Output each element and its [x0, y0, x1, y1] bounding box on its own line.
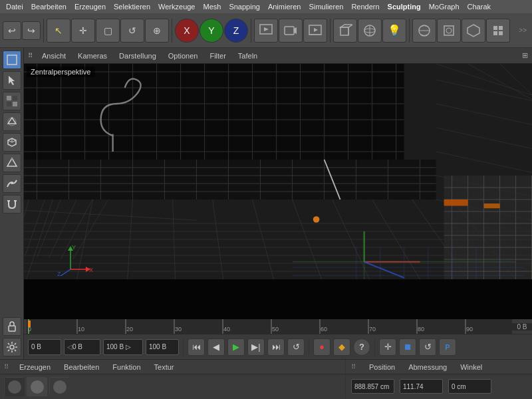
- sidebar-tri-btn[interactable]: [3, 154, 21, 172]
- coord-x-field[interactable]: 888.857 cm: [351, 379, 394, 394]
- transport-sep1: [183, 338, 184, 356]
- rotate-tool-button[interactable]: ↺: [120, 19, 144, 43]
- transport-move2-btn[interactable]: ✛: [379, 338, 396, 356]
- svg-rect-74: [24, 160, 436, 200]
- menu-animieren[interactable]: Animieren: [265, 2, 305, 11]
- transport-skip-end-btn[interactable]: ⏭: [267, 338, 285, 356]
- sidebar-checker-btn[interactable]: [3, 92, 21, 110]
- svg-marker-5: [314, 28, 318, 32]
- bottom-left-content: [0, 374, 345, 398]
- menu-werkzeuge[interactable]: Werkzeuge: [155, 2, 198, 11]
- playback-button[interactable]: [303, 19, 327, 43]
- sidebar-magnet-btn[interactable]: [3, 195, 21, 213]
- menu-sculpting[interactable]: Sculpting: [384, 2, 424, 11]
- sidebar-lock-btn[interactable]: [3, 317, 21, 336]
- menu-erzeugen[interactable]: Erzeugen: [71, 2, 109, 11]
- camera-button[interactable]: [279, 19, 303, 43]
- move-tool-button[interactable]: ✛: [71, 19, 95, 43]
- timeline-ruler[interactable]: 0 10 20 30 40 50 60 70 80 90 1: [27, 319, 512, 334]
- viewport-expand-btn[interactable]: ⊞: [522, 51, 528, 60]
- render-button[interactable]: [254, 19, 278, 43]
- sidebar-deform-btn[interactable]: [3, 174, 21, 193]
- sidebar-settings-btn[interactable]: [3, 338, 21, 356]
- viewport[interactable]: ⠿ Ansicht Kameras Darstellung Optionen F…: [24, 48, 532, 359]
- scene-canvas[interactable]: Y X Z: [24, 64, 532, 319]
- menu-datei[interactable]: Datei: [3, 2, 27, 11]
- transport-prev-btn[interactable]: ◀: [207, 338, 225, 356]
- tool2-button[interactable]: [437, 19, 461, 43]
- menu-rendern[interactable]: Rendern: [348, 2, 382, 11]
- sphere-button[interactable]: [358, 19, 382, 43]
- menu-bearbeiten[interactable]: Bearbeiten: [28, 2, 70, 11]
- viewport-menu-optionen[interactable]: Optionen: [166, 51, 201, 61]
- sep4: [330, 19, 331, 43]
- bl-menu-erzeugen[interactable]: Erzeugen: [17, 362, 53, 372]
- undo-button[interactable]: ↩: [3, 21, 21, 40]
- tool3-button[interactable]: [462, 19, 485, 43]
- toolbar: ↩ ↪ ↖ ✛ ▢ ↺ ⊕ X Y Z: [0, 13, 532, 48]
- bl-menu-bearbeiten[interactable]: Bearbeiten: [61, 362, 102, 372]
- svg-point-178: [31, 380, 44, 394]
- tool1-button[interactable]: [412, 19, 436, 43]
- transport-key2-btn[interactable]: ⏹: [399, 338, 416, 356]
- viewport-menu-darstellung[interactable]: Darstellung: [116, 51, 159, 61]
- main-area: ⠿ Ansicht Kameras Darstellung Optionen F…: [0, 48, 532, 359]
- transport-end-field[interactable]: 100 B ▷: [103, 339, 143, 355]
- material-thumb-3[interactable]: [49, 377, 69, 396]
- transport-next-btn[interactable]: ▶|: [247, 338, 265, 356]
- box-select-button[interactable]: ▢: [96, 19, 120, 43]
- transport-keyframe-btn[interactable]: ◆: [333, 338, 350, 356]
- transport-help-btn[interactable]: ?: [353, 338, 370, 356]
- tool4-button[interactable]: [486, 19, 510, 43]
- camera-icon: [283, 23, 298, 38]
- sidebar-move-btn[interactable]: [3, 51, 21, 69]
- sidebar-cube-btn[interactable]: [3, 133, 21, 152]
- menu-simulieren[interactable]: Simulieren: [305, 2, 346, 11]
- axis-x-button[interactable]: X: [175, 19, 199, 43]
- viewport-menu-tafeln[interactable]: Tafeln: [235, 51, 260, 61]
- svg-rect-20: [7, 102, 11, 106]
- transport-loop-btn[interactable]: ↺: [287, 338, 305, 356]
- transport-frame-field[interactable]: 0 B: [28, 339, 61, 355]
- material-thumb-1[interactable]: [4, 377, 24, 396]
- svg-rect-17: [7, 55, 17, 65]
- menu-selektieren[interactable]: Selektieren: [110, 2, 154, 11]
- viewport-menu-ansicht[interactable]: Ansicht: [39, 51, 68, 61]
- transport-play-btn[interactable]: ▶: [227, 338, 245, 356]
- coord-y-field[interactable]: 111.74: [400, 379, 443, 394]
- svg-rect-2: [285, 27, 294, 35]
- menu-mograph[interactable]: MoGraph: [426, 2, 463, 11]
- tool4-icon: [491, 23, 505, 38]
- select-tool-button[interactable]: ↖: [47, 19, 70, 43]
- redo-button[interactable]: ↪: [22, 21, 41, 40]
- transport-refresh-btn[interactable]: ↺: [419, 338, 436, 356]
- light-button[interactable]: 💡: [382, 19, 406, 43]
- bl-menu-funktion[interactable]: Funktion: [110, 362, 143, 372]
- menu-mesh[interactable]: Mesh: [200, 2, 224, 11]
- transport-record-btn[interactable]: ●: [313, 338, 331, 356]
- cube-button[interactable]: [333, 19, 357, 43]
- sidebar-select-btn[interactable]: [3, 71, 21, 90]
- viewport-menu-filter[interactable]: Filter: [207, 51, 228, 61]
- transport-skip-start-btn[interactable]: ⏮: [188, 338, 205, 356]
- axis-y-button[interactable]: Y: [200, 19, 223, 43]
- timeline[interactable]: 0 10 20 30 40 50 60 70 80 90 1: [24, 319, 532, 334]
- transport-end2-field[interactable]: 100 B: [146, 339, 179, 355]
- scale-tool-button[interactable]: ⊕: [145, 19, 169, 43]
- menu-charak[interactable]: Charak: [464, 2, 494, 11]
- toolbar-overflow[interactable]: >>: [519, 27, 529, 34]
- bl-dots: ⠿: [4, 363, 9, 370]
- br-label-winkel: Winkel: [460, 363, 482, 371]
- svg-rect-140: [444, 200, 468, 206]
- material-thumb-2[interactable]: [27, 377, 47, 396]
- sidebar-poly-btn[interactable]: [3, 112, 21, 131]
- coord-unit-field[interactable]: 0 cm: [448, 379, 491, 394]
- polygon-icon: [6, 116, 18, 128]
- bl-menu-textur[interactable]: Textur: [152, 362, 177, 372]
- transport-start-field[interactable]: ◁ 0 B: [64, 339, 100, 355]
- transport-p-btn[interactable]: P: [439, 338, 456, 356]
- axis-z-button[interactable]: Z: [224, 19, 248, 43]
- menu-snapping[interactable]: Snapping: [225, 2, 263, 11]
- viewport-menu-kameras[interactable]: Kameras: [75, 51, 110, 61]
- undo-redo-group: ↩ ↪: [3, 21, 41, 40]
